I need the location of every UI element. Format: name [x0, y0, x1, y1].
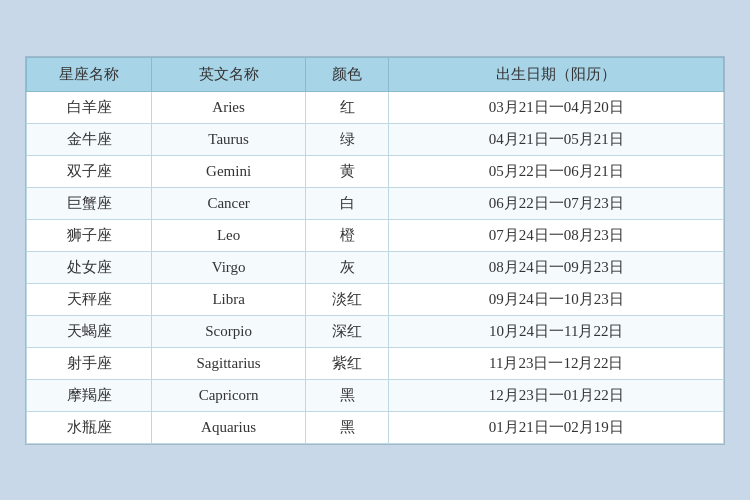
table-row: 处女座Virgo灰08月24日一09月23日 — [27, 251, 724, 283]
table-row: 射手座Sagittarius紫红11月23日一12月22日 — [27, 347, 724, 379]
cell-color: 灰 — [305, 251, 389, 283]
cell-zh: 金牛座 — [27, 123, 152, 155]
cell-color: 白 — [305, 187, 389, 219]
cell-color: 绿 — [305, 123, 389, 155]
table-header-row: 星座名称 英文名称 颜色 出生日期（阳历） — [27, 57, 724, 91]
cell-color: 橙 — [305, 219, 389, 251]
cell-date: 08月24日一09月23日 — [389, 251, 724, 283]
cell-color: 红 — [305, 91, 389, 123]
cell-en: Gemini — [152, 155, 305, 187]
header-zh: 星座名称 — [27, 57, 152, 91]
cell-date: 01月21日一02月19日 — [389, 411, 724, 443]
cell-date: 06月22日一07月23日 — [389, 187, 724, 219]
cell-en: Sagittarius — [152, 347, 305, 379]
cell-zh: 水瓶座 — [27, 411, 152, 443]
cell-color: 深红 — [305, 315, 389, 347]
cell-zh: 摩羯座 — [27, 379, 152, 411]
table-row: 巨蟹座Cancer白06月22日一07月23日 — [27, 187, 724, 219]
cell-date: 07月24日一08月23日 — [389, 219, 724, 251]
table-body: 白羊座Aries红03月21日一04月20日金牛座Taurus绿04月21日一0… — [27, 91, 724, 443]
zodiac-table: 星座名称 英文名称 颜色 出生日期（阳历） 白羊座Aries红03月21日一04… — [26, 57, 724, 444]
table-row: 天蝎座Scorpio深红10月24日一11月22日 — [27, 315, 724, 347]
cell-zh: 狮子座 — [27, 219, 152, 251]
cell-zh: 射手座 — [27, 347, 152, 379]
table-row: 双子座Gemini黄05月22日一06月21日 — [27, 155, 724, 187]
table-row: 白羊座Aries红03月21日一04月20日 — [27, 91, 724, 123]
header-en: 英文名称 — [152, 57, 305, 91]
table-row: 摩羯座Capricorn黑12月23日一01月22日 — [27, 379, 724, 411]
table-row: 天秤座Libra淡红09月24日一10月23日 — [27, 283, 724, 315]
cell-date: 03月21日一04月20日 — [389, 91, 724, 123]
table-row: 水瓶座Aquarius黑01月21日一02月19日 — [27, 411, 724, 443]
cell-color: 淡红 — [305, 283, 389, 315]
cell-en: Leo — [152, 219, 305, 251]
cell-color: 黑 — [305, 379, 389, 411]
cell-en: Taurus — [152, 123, 305, 155]
cell-date: 05月22日一06月21日 — [389, 155, 724, 187]
cell-date: 09月24日一10月23日 — [389, 283, 724, 315]
table-row: 狮子座Leo橙07月24日一08月23日 — [27, 219, 724, 251]
cell-color: 紫红 — [305, 347, 389, 379]
cell-zh: 巨蟹座 — [27, 187, 152, 219]
cell-en: Libra — [152, 283, 305, 315]
cell-zh: 处女座 — [27, 251, 152, 283]
cell-en: Cancer — [152, 187, 305, 219]
cell-en: Scorpio — [152, 315, 305, 347]
cell-date: 04月21日一05月21日 — [389, 123, 724, 155]
cell-zh: 白羊座 — [27, 91, 152, 123]
header-date: 出生日期（阳历） — [389, 57, 724, 91]
cell-date: 10月24日一11月22日 — [389, 315, 724, 347]
cell-zh: 双子座 — [27, 155, 152, 187]
zodiac-table-wrapper: 星座名称 英文名称 颜色 出生日期（阳历） 白羊座Aries红03月21日一04… — [25, 56, 725, 445]
cell-en: Capricorn — [152, 379, 305, 411]
cell-zh: 天蝎座 — [27, 315, 152, 347]
cell-date: 11月23日一12月22日 — [389, 347, 724, 379]
cell-date: 12月23日一01月22日 — [389, 379, 724, 411]
cell-color: 黄 — [305, 155, 389, 187]
cell-en: Virgo — [152, 251, 305, 283]
table-row: 金牛座Taurus绿04月21日一05月21日 — [27, 123, 724, 155]
header-color: 颜色 — [305, 57, 389, 91]
cell-color: 黑 — [305, 411, 389, 443]
cell-en: Aquarius — [152, 411, 305, 443]
cell-en: Aries — [152, 91, 305, 123]
cell-zh: 天秤座 — [27, 283, 152, 315]
